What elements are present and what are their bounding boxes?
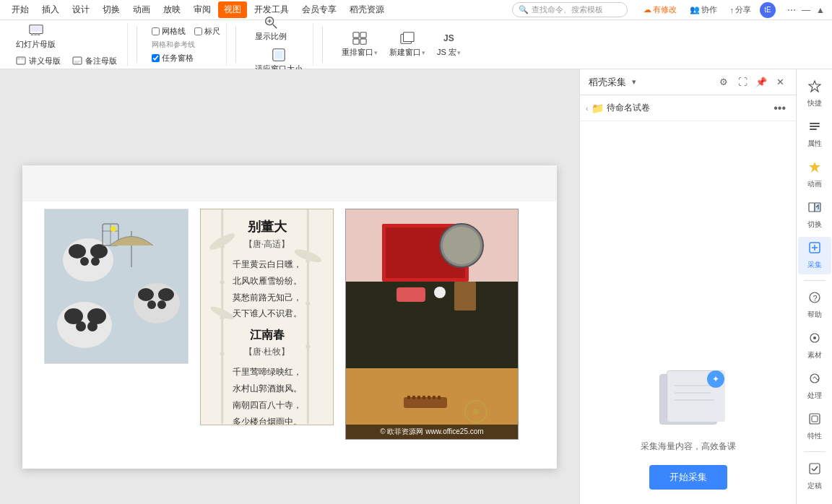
svg-rect-67 xyxy=(404,397,447,408)
poem-line-1-3: 莫愁前路无知己， xyxy=(233,290,302,306)
search-box[interactable]: 🔍 查找命令、搜索模板 xyxy=(512,2,628,17)
js-macro-icon: JS xyxy=(441,31,456,45)
ribbon-btn-slide-master[interactable]: 幻灯片母版 xyxy=(12,22,60,51)
svg-rect-87 xyxy=(815,203,820,212)
svg-rect-3 xyxy=(34,33,37,35)
svg-point-62 xyxy=(443,227,480,264)
js-macro-label: JS 宏▾ xyxy=(437,47,461,58)
ribbon-row-master-bottom: 讲义母版 备注母版 xyxy=(12,54,121,68)
sidebar-item-help[interactable]: ? 帮助 xyxy=(798,287,831,324)
svg-rect-4 xyxy=(37,33,40,35)
menu-design[interactable]: 设计 xyxy=(66,1,95,18)
svg-line-12 xyxy=(273,24,277,27)
ribbon-btn-new-window[interactable]: 新建窗口▾ xyxy=(385,30,430,59)
svg-point-28 xyxy=(91,257,100,266)
ribbon-btn-js-macro[interactable]: JS JS 宏▾ xyxy=(433,30,465,59)
panel-settings-btn[interactable]: ⚙ xyxy=(716,75,731,90)
sidebar-item-collect[interactable]: 采集 xyxy=(798,237,831,274)
checkbox-gridlines[interactable]: 网格线 xyxy=(152,26,186,37)
checkbox-taskpane[interactable]: 任务窗格 xyxy=(152,53,194,64)
sidebar-item-animation[interactable]: 动画 xyxy=(798,156,831,194)
svg-point-37 xyxy=(87,321,98,331)
collaborate-btn[interactable]: 👥 协作 xyxy=(685,3,722,17)
sidebar-item-material[interactable]: 素材 xyxy=(798,327,831,365)
svg-rect-17 xyxy=(353,32,359,38)
menu-member[interactable]: 会员专享 xyxy=(296,1,342,18)
svg-rect-70 xyxy=(417,396,420,399)
svg-point-25 xyxy=(69,244,86,258)
user-avatar[interactable]: tE xyxy=(760,2,776,18)
svg-rect-71 xyxy=(422,396,425,399)
share-btn[interactable]: ↑ 分享 xyxy=(726,3,756,17)
collaborate-icon: 👥 xyxy=(690,5,700,14)
user-initials: tE xyxy=(764,6,771,14)
breadcrumb-more[interactable]: ••• xyxy=(769,100,790,116)
ribbon-btn-zoom[interactable]: 显示比例 xyxy=(251,14,291,43)
share-label: 分享 xyxy=(735,4,751,15)
svg-rect-64 xyxy=(396,287,425,302)
svg-rect-20 xyxy=(360,39,366,44)
properties-label: 属性 xyxy=(807,139,822,149)
svg-rect-72 xyxy=(428,396,430,399)
start-collect-btn[interactable]: 开始采集 xyxy=(649,465,727,490)
collect-preview: ✦ xyxy=(652,370,724,428)
help-icon: ? xyxy=(808,291,821,308)
panel-pin-btn[interactable]: 📌 xyxy=(754,75,768,90)
poem-title-2: 江南春 xyxy=(250,328,285,343)
share-icon: ↑ xyxy=(730,6,734,14)
search-placeholder: 查找命令、搜索模板 xyxy=(532,4,603,15)
ribbon-row-show-2: 任务窗格 xyxy=(152,53,194,64)
slide-master-icon xyxy=(29,23,43,38)
ribbon-row-master-top: 幻灯片母版 xyxy=(12,22,60,51)
sidebar-item-transition[interactable]: 切换 xyxy=(798,196,831,234)
checkbox-ruler[interactable]: 标尺 xyxy=(194,26,220,37)
sidebar-item-features[interactable]: 特性 xyxy=(798,408,831,446)
menu-review[interactable]: 审阅 xyxy=(188,1,217,18)
taskpane-checkbox[interactable] xyxy=(152,54,160,62)
has-modify-btn[interactable]: ☁ 有修改 xyxy=(639,3,681,17)
process-label: 处理 xyxy=(807,391,822,401)
js-macro-arrow: ▾ xyxy=(457,49,461,56)
menu-bar: 开始 插入 设计 切换 动画 放映 审阅 视图 开发工具 会员专享 稻壳资源 🔍… xyxy=(0,0,832,20)
arrange-windows-arrow: ▾ xyxy=(374,49,378,56)
ribbon-group-windows: 重排窗口▾ 新建窗口▾ JS JS 宏▾ xyxy=(332,23,471,66)
sidebar-item-quick[interactable]: 快捷 xyxy=(798,75,831,113)
svg-rect-68 xyxy=(407,396,410,399)
has-modify-label: 有修改 xyxy=(653,4,677,15)
menu-animation[interactable]: 动画 xyxy=(127,1,156,18)
ribbon-btn-handout-master[interactable]: 讲义母版 xyxy=(12,54,65,68)
ribbon-row-show-1: 网格线 标尺 xyxy=(152,26,220,37)
watermark-text: © 欧菲资源网 www.office25.com xyxy=(380,427,483,435)
menu-insert[interactable]: 插入 xyxy=(36,1,65,18)
ribbon-btn-arrange-windows[interactable]: 重排窗口▾ xyxy=(337,30,382,59)
menu-view[interactable]: 视图 xyxy=(218,1,247,18)
menu-transition[interactable]: 切换 xyxy=(97,1,126,18)
menu-slideshow[interactable]: 放映 xyxy=(157,1,186,18)
menu-start[interactable]: 开始 xyxy=(6,1,35,18)
maximize-btn[interactable]: ▲ xyxy=(815,4,826,16)
more-options-btn[interactable]: ⋯ xyxy=(786,4,797,16)
grid-ref-label: 网格和参考线 xyxy=(152,40,195,50)
gridlines-checkbox[interactable] xyxy=(152,27,160,35)
sidebar-item-process[interactable]: 处理 xyxy=(798,368,831,405)
svg-point-43 xyxy=(157,300,166,309)
panel-title-arrow[interactable]: ▾ xyxy=(632,77,636,87)
minimize-btn[interactable]: — xyxy=(800,4,812,16)
menu-resources[interactable]: 稻壳资源 xyxy=(344,1,390,18)
ribbon-btn-notes-master[interactable]: 备注母版 xyxy=(68,54,121,68)
canvas-area: 别董大 【唐·高适】 千里黄云白日曛， 北风吹雁雪纷纷。 莫愁前路无知己， 天下… xyxy=(0,69,579,504)
ruler-checkbox[interactable] xyxy=(194,27,202,35)
panel-expand-btn[interactable]: ⛶ xyxy=(735,75,750,90)
transition-icon xyxy=(808,201,821,217)
features-icon xyxy=(808,412,821,429)
sidebar-item-properties[interactable]: 属性 xyxy=(798,116,831,153)
zoom-label: 显示比例 xyxy=(255,31,287,42)
svg-point-36 xyxy=(76,321,86,331)
breadcrumb-back[interactable]: ‹ xyxy=(586,104,589,113)
collect-label: 采集 xyxy=(807,260,822,270)
ribbon-divider-2 xyxy=(235,26,236,63)
svg-rect-74 xyxy=(438,396,441,399)
panel-close-btn[interactable]: ✕ xyxy=(773,75,787,90)
sidebar-item-finalize[interactable]: 定稿 xyxy=(798,458,831,495)
collaborate-label: 协作 xyxy=(701,4,717,15)
